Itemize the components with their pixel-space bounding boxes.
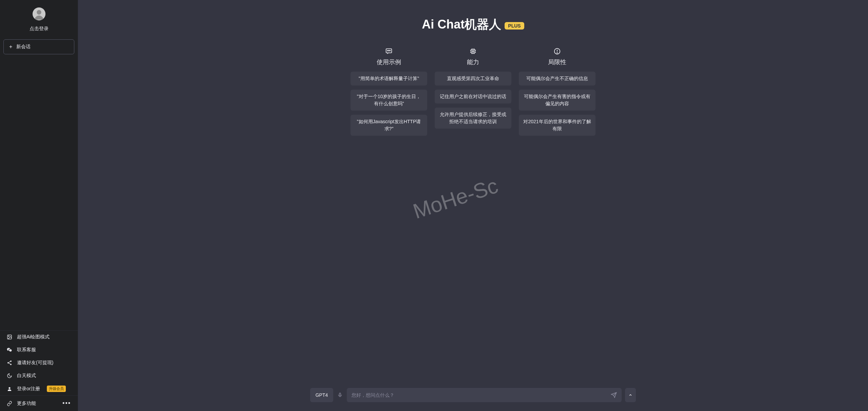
sidebar-menu: 超强Ai绘图模式 联系客服 邀请好友(可提现) 白天模式 登录or注册 升级 (0, 330, 78, 395)
link-icon (7, 401, 12, 406)
sidebar-item-label: 邀请好友(可提现) (17, 360, 53, 366)
main-area: Ai Chat机器人 PLUS 使用示例 "用简单的术语解释量子计算" "对于一… (78, 0, 868, 411)
plus-badge: PLUS (505, 22, 524, 30)
wechat-icon (7, 347, 12, 353)
avatar[interactable] (33, 7, 45, 20)
limitation-card: 可能偶尔会产生有害的指令或有偏见的内容 (519, 90, 596, 111)
capability-card: 记住用户之前在对话中说过的话 (435, 90, 511, 104)
example-card[interactable]: "对于一个10岁的孩子的生日，有什么创意吗" (351, 90, 427, 111)
sidebar-item-login-register[interactable]: 登录or注册 升级会员 (0, 382, 78, 395)
user-icon (7, 386, 12, 392)
svg-point-11 (390, 50, 391, 51)
svg-rect-12 (471, 50, 475, 53)
chat-icon (385, 46, 393, 56)
svg-point-4 (10, 360, 12, 362)
column-title: 局限性 (548, 58, 566, 66)
hero: Ai Chat机器人 PLUS 使用示例 "用简单的术语解释量子计算" "对于一… (78, 0, 868, 382)
column-limitations: 局限性 可能偶尔会产生不正确的信息 可能偶尔会产生有害的指令或有偏见的内容 对2… (519, 46, 596, 140)
svg-point-6 (10, 364, 12, 365)
scroll-top-button[interactable] (625, 388, 636, 402)
capability-card: 允许用户提供后续修正，接受或拒绝不适当请求的培训 (435, 108, 511, 129)
example-card[interactable]: "如何用Javascript发出HTTP请求?" (351, 115, 427, 136)
intro-columns: 使用示例 "用简单的术语解释量子计算" "对于一个10岁的孩子的生日，有什么创意… (351, 46, 596, 140)
more-label: 更多功能 (17, 400, 36, 407)
sidebar-item-contact[interactable]: 联系客服 (0, 343, 78, 356)
chevron-up-icon (628, 393, 633, 397)
sidebar-item-label: 登录or注册 (17, 386, 40, 392)
svg-rect-16 (339, 393, 341, 395)
chip-icon (469, 46, 477, 56)
sidebar-item-invite[interactable]: 邀请好友(可提现) (0, 356, 78, 369)
app-title: Ai Chat机器人 (422, 16, 501, 33)
svg-point-3 (8, 336, 9, 337)
warning-icon (553, 46, 561, 56)
svg-rect-13 (472, 51, 474, 52)
moon-icon (7, 373, 12, 378)
sidebar-footer: 更多功能 ••• (0, 395, 78, 411)
sidebar-item-theme[interactable]: 白天模式 (0, 369, 78, 382)
sidebar-item-more[interactable]: 更多功能 (7, 400, 36, 407)
input-bar: GPT4 (78, 382, 868, 411)
model-select-button[interactable]: GPT4 (310, 388, 334, 402)
user-avatar-icon (33, 7, 45, 20)
column-title: 使用示例 (377, 58, 401, 66)
send-icon (611, 392, 617, 398)
svg-point-7 (8, 387, 10, 389)
sidebar-item-label: 超强Ai绘图模式 (17, 334, 50, 340)
svg-point-10 (389, 50, 389, 51)
sidebar-top: 点击登录 (0, 0, 78, 35)
example-card[interactable]: "用简单的术语解释量子计算" (351, 72, 427, 86)
column-capabilities: 能力 直观感受第四次工业革命 记住用户之前在对话中说过的话 允许用户提供后续修正… (435, 46, 511, 140)
send-button[interactable] (611, 392, 617, 398)
sidebar: 点击登录 + 新会话 超强Ai绘图模式 联系客服 邀请好友(可提现) (0, 0, 78, 411)
svg-point-5 (7, 362, 9, 363)
limitation-card: 对2021年后的世界和事件的了解有限 (519, 115, 596, 136)
plus-icon: + (9, 44, 12, 50)
svg-point-1 (37, 10, 41, 15)
svg-point-9 (387, 50, 388, 51)
share-icon (7, 360, 12, 366)
column-examples: 使用示例 "用简单的术语解释量子计算" "对于一个10岁的孩子的生日，有什么创意… (351, 46, 427, 140)
sidebar-item-label: 联系客服 (17, 347, 36, 353)
chat-input[interactable] (352, 392, 611, 398)
mic-icon (337, 392, 343, 398)
new-chat-button[interactable]: + 新会话 (3, 39, 74, 54)
upgrade-badge: 升级会员 (47, 386, 66, 392)
ellipsis-icon[interactable]: ••• (62, 400, 71, 407)
sidebar-item-ai-draw[interactable]: 超强Ai绘图模式 (0, 331, 78, 343)
limitation-card: 可能偶尔会产生不正确的信息 (519, 72, 596, 86)
mic-button[interactable] (337, 388, 343, 402)
image-icon (7, 334, 12, 340)
new-chat-label: 新会话 (16, 44, 31, 50)
capability-card: 直观感受第四次工业革命 (435, 72, 511, 86)
column-title: 能力 (467, 58, 479, 66)
svg-point-15 (557, 53, 557, 53)
login-link[interactable]: 点击登录 (30, 26, 49, 32)
hero-title-row: Ai Chat机器人 PLUS (422, 16, 524, 33)
sidebar-item-label: 白天模式 (17, 373, 36, 379)
chat-input-wrap (347, 388, 622, 402)
